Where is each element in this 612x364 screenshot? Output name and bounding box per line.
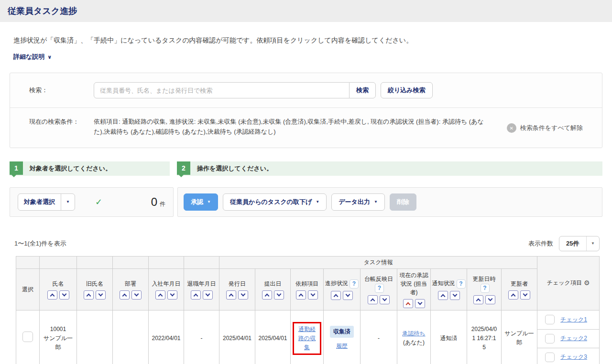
check-3-link[interactable]: チェック3: [560, 353, 587, 362]
sort-asc-icon[interactable]: [296, 290, 306, 300]
group-spacer: [40, 256, 77, 268]
data-export-dropdown-button[interactable]: データ出力 ▼: [331, 193, 385, 211]
export-label: データ出力: [339, 198, 370, 206]
sort-asc-icon[interactable]: [226, 290, 236, 300]
progress-status-badge: 収集済: [330, 326, 354, 338]
check-2-checkbox[interactable]: [545, 334, 555, 343]
sort-asc-icon[interactable]: [368, 295, 378, 304]
withdraw-task-dropdown-button[interactable]: 従業員からのタスクの取下げ ▼: [223, 193, 327, 211]
clear-icon: ✕: [507, 123, 516, 133]
sort-desc-icon[interactable]: [308, 290, 318, 300]
column-header-name: 氏名: [40, 268, 77, 310]
clear-conditions-label: 検索条件をすべて解除: [520, 124, 583, 132]
help-icon[interactable]: ?: [457, 279, 466, 289]
caret-down-icon: ▼: [207, 200, 211, 204]
per-page-select[interactable]: 25件 ▼: [559, 236, 600, 251]
retire-date-header-label: 退職年月日: [187, 280, 216, 287]
current-conditions-row: 現在の検索条件： 依頼項目: 通勤経路の収集, 進捗状況: 未収集,未収集 (未…: [10, 108, 602, 148]
check-3-checkbox[interactable]: [545, 353, 555, 362]
column-header-updated-by: 更新者: [502, 268, 537, 310]
group-spacer: [113, 256, 149, 268]
search-button[interactable]: 検索: [349, 82, 376, 98]
sort-desc-icon[interactable]: [59, 290, 69, 300]
column-header-approval-status: 現在の承認状況 (担当者): [397, 268, 431, 310]
history-link[interactable]: 履歴: [326, 342, 358, 351]
clear-all-conditions-button[interactable]: ✕ 検索条件をすべて解除: [507, 117, 583, 133]
gear-icon[interactable]: ⚙: [584, 279, 590, 287]
sort-desc-icon[interactable]: [485, 295, 495, 304]
row-select-cell: [16, 310, 40, 364]
check-items-label: チェック項目: [547, 279, 582, 286]
sort-control: [292, 290, 322, 300]
sort-desc-icon[interactable]: [415, 299, 425, 308]
column-header-hire-date: 入社年月日: [149, 268, 184, 310]
target-select-dropdown[interactable]: 対象者選択 ▼: [18, 193, 75, 211]
check-1-link[interactable]: チェック1: [560, 315, 587, 324]
search-label: 検索：: [29, 86, 94, 95]
target-selection-box: 対象者選択 ▼ ✓ 0 件: [10, 187, 174, 217]
sort-asc-icon[interactable]: [331, 291, 341, 300]
employee-number: 10001: [50, 326, 66, 332]
sort-desc-icon[interactable]: [167, 290, 177, 300]
caret-down-icon: ▼: [591, 241, 595, 246]
sort-asc-icon[interactable]: [120, 290, 130, 300]
caret-down-icon: ▼: [316, 200, 319, 204]
group-spacer: [184, 256, 219, 268]
check-1-checkbox[interactable]: [545, 315, 555, 324]
delete-button[interactable]: 削除: [390, 193, 416, 211]
detail-description-link[interactable]: 詳細な説明 ∨: [13, 53, 52, 61]
sort-desc-icon[interactable]: [343, 291, 353, 300]
request-item-link[interactable]: 通勤経路の収集: [298, 326, 316, 351]
sort-desc-icon[interactable]: [450, 291, 460, 300]
help-icon[interactable]: ?: [375, 284, 384, 293]
sort-asc-icon[interactable]: [438, 291, 448, 300]
sort-asc-icon[interactable]: [262, 290, 272, 300]
sort-control: [256, 290, 289, 300]
sort-asc-icon[interactable]: [473, 295, 483, 304]
sort-asc-icon[interactable]: [155, 290, 165, 300]
progress-header-label: 進捗状況: [325, 280, 348, 287]
sort-asc-icon[interactable]: [47, 290, 57, 300]
department-header-label: 部署: [125, 280, 136, 287]
row-retire-date-cell: -: [184, 310, 219, 364]
sort-desc-icon[interactable]: [380, 295, 390, 304]
sort-desc-icon[interactable]: [274, 290, 284, 300]
sort-desc-icon[interactable]: [203, 290, 213, 300]
approval-status-sub: (あなた): [403, 339, 425, 346]
sort-desc-icon[interactable]: [520, 290, 530, 300]
approve-dropdown-button[interactable]: 承認 ▼: [184, 193, 218, 211]
sort-asc-active-icon[interactable]: [403, 299, 413, 308]
sort-desc-icon[interactable]: [96, 290, 106, 300]
sort-asc-icon[interactable]: [84, 290, 94, 300]
sort-desc-icon[interactable]: [131, 290, 142, 300]
result-range-text: 1〜1(全1)件を表示: [14, 239, 66, 248]
check-2-link[interactable]: チェック2: [560, 334, 587, 343]
search-input[interactable]: [94, 82, 350, 98]
help-icon[interactable]: ?: [481, 284, 490, 293]
target-select-caret[interactable]: ▼: [61, 194, 75, 210]
target-select-label: 対象者選択: [18, 194, 61, 210]
sort-control: [78, 290, 111, 300]
selected-check-icon: ✓: [95, 197, 102, 207]
sort-desc-icon[interactable]: [238, 290, 248, 300]
row-approval-status-cell: 承認待ち (あなた): [397, 310, 431, 364]
per-page-caret[interactable]: ▼: [586, 236, 599, 251]
page-title: 従業員タスク進捗: [8, 5, 77, 17]
filter-search-button[interactable]: 絞り込み検索: [381, 82, 433, 98]
row-select-checkbox[interactable]: [22, 332, 33, 342]
step-1-number: 1: [10, 161, 23, 175]
help-icon[interactable]: ?: [350, 279, 359, 289]
approval-status-link[interactable]: 承認待ち: [402, 330, 425, 337]
group-spacer: [149, 256, 184, 268]
check-item-2: チェック2: [537, 329, 599, 348]
ledger-date-header-label: 台帳反映日: [364, 276, 393, 282]
sort-control: [41, 290, 76, 300]
detail-link-label: 詳細な説明: [13, 53, 44, 61]
sort-control: [468, 295, 500, 304]
sort-control: [114, 290, 147, 300]
sort-asc-icon[interactable]: [508, 290, 518, 300]
sort-control: [220, 290, 254, 300]
sort-asc-icon[interactable]: [191, 290, 201, 300]
name-header-label: 氏名: [53, 280, 64, 287]
row-ledger-date-cell: -: [361, 310, 397, 364]
